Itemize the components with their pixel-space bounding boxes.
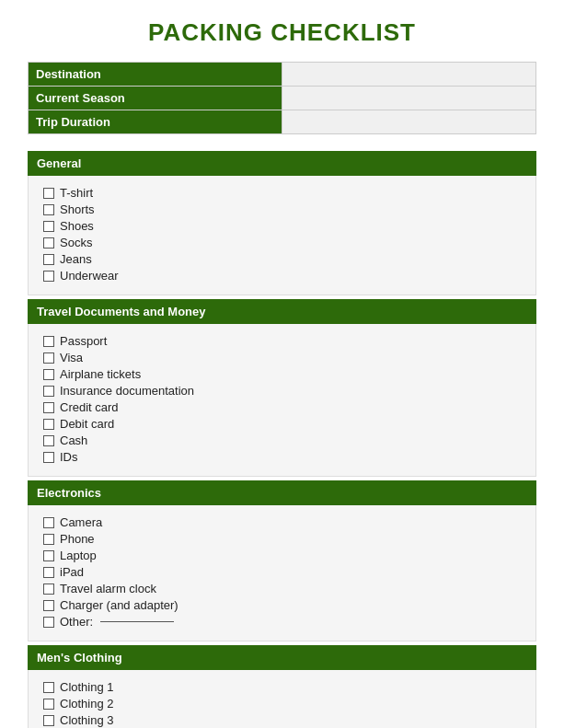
page-title: PACKING CHECKLIST	[28, 18, 536, 47]
checkbox-icon[interactable]	[43, 452, 54, 463]
list-item[interactable]: Travel alarm clock	[43, 582, 521, 595]
section-header-travel-docs: Travel Documents and Money	[28, 299, 536, 324]
item-label: Credit card	[60, 400, 119, 414]
item-label: Debit card	[60, 417, 114, 431]
checkbox-icon[interactable]	[43, 682, 54, 693]
sections-container: GeneralT-shirtShortsShoesSocksJeansUnder…	[28, 151, 536, 728]
section-body-mens-clothing: Clothing 1Clothing 2Clothing 3Clothing 4	[28, 670, 536, 728]
checkbox-icon[interactable]	[43, 402, 54, 413]
checkbox-icon[interactable]	[43, 254, 54, 265]
list-item[interactable]: T-shirt	[43, 186, 521, 200]
info-label: Trip Duration	[29, 110, 282, 134]
item-label: Charger (and adapter)	[60, 598, 178, 612]
list-item[interactable]: Clothing 3	[43, 713, 521, 727]
checkbox-icon[interactable]	[43, 699, 54, 710]
section-header-electronics: Electronics	[28, 480, 536, 505]
info-value[interactable]	[282, 87, 536, 110]
item-label: Other:	[60, 615, 93, 629]
list-item[interactable]: Credit card	[43, 400, 521, 414]
checkbox-icon[interactable]	[43, 534, 54, 545]
info-label: Current Season	[29, 87, 282, 110]
list-item[interactable]: iPad	[43, 565, 521, 579]
list-item[interactable]: Phone	[43, 532, 521, 546]
info-row: Trip Duration	[29, 110, 536, 134]
section-header-general: General	[28, 151, 536, 176]
item-label: Shoes	[60, 219, 94, 233]
list-item[interactable]: Debit card	[43, 417, 521, 431]
checkbox-icon[interactable]	[43, 386, 54, 397]
list-item[interactable]: Jeans	[43, 252, 521, 266]
section-header-mens-clothing: Men's Clothing	[28, 645, 536, 670]
other-line	[100, 621, 174, 622]
checkbox-icon[interactable]	[43, 517, 54, 528]
checkbox-icon[interactable]	[43, 419, 54, 430]
checkbox-icon[interactable]	[43, 336, 54, 347]
checkbox-icon[interactable]	[43, 567, 54, 578]
info-row: Current Season	[29, 87, 536, 110]
checkbox-icon[interactable]	[43, 352, 54, 364]
section-electronics: ElectronicsCameraPhoneLaptopiPadTravel a…	[28, 480, 536, 641]
item-label: Camera	[60, 515, 102, 529]
item-label: Clothing 1	[60, 680, 114, 694]
item-label: Socks	[60, 236, 92, 249]
section-body-travel-docs: PassportVisaAirplane ticketsInsurance do…	[28, 324, 536, 477]
checkbox-icon[interactable]	[43, 221, 54, 232]
section-body-general: T-shirtShortsShoesSocksJeansUnderwear	[28, 176, 536, 295]
section-travel-docs: Travel Documents and MoneyPassportVisaAi…	[28, 299, 536, 477]
list-item[interactable]: Airplane tickets	[43, 367, 521, 381]
info-row: Destination	[29, 63, 536, 87]
info-label: Destination	[29, 63, 282, 87]
info-value[interactable]	[282, 63, 536, 87]
checkbox-icon[interactable]	[43, 617, 54, 628]
item-label: Laptop	[60, 549, 97, 562]
item-label: Shorts	[60, 202, 95, 216]
list-item[interactable]: Underwear	[43, 269, 521, 283]
item-label: Underwear	[60, 269, 119, 283]
list-item[interactable]: IDs	[43, 450, 521, 464]
checkbox-icon[interactable]	[43, 188, 54, 199]
list-item[interactable]: Socks	[43, 236, 521, 249]
list-item[interactable]: Camera	[43, 515, 521, 529]
checkbox-icon[interactable]	[43, 271, 54, 282]
list-item[interactable]: Shoes	[43, 219, 521, 233]
checkbox-icon[interactable]	[43, 204, 54, 215]
checkbox-icon[interactable]	[43, 435, 54, 446]
item-label: Jeans	[60, 252, 92, 266]
item-label: Phone	[60, 532, 95, 546]
item-label: Insurance documentation	[60, 384, 194, 398]
item-label: Clothing 3	[60, 713, 114, 727]
item-label: Passport	[60, 334, 107, 348]
checkbox-icon[interactable]	[43, 237, 54, 248]
section-body-electronics: CameraPhoneLaptopiPadTravel alarm clockC…	[28, 505, 536, 641]
item-label: Travel alarm clock	[60, 582, 156, 595]
list-item[interactable]: Shorts	[43, 202, 521, 216]
section-mens-clothing: Men's ClothingClothing 1Clothing 2Clothi…	[28, 645, 536, 728]
checkbox-icon[interactable]	[43, 369, 54, 380]
list-item[interactable]: Clothing 2	[43, 697, 521, 711]
list-item[interactable]: Insurance documentation	[43, 384, 521, 398]
item-label: IDs	[60, 450, 78, 464]
list-item[interactable]: Clothing 1	[43, 680, 521, 694]
item-label: Cash	[60, 433, 87, 447]
checkbox-icon[interactable]	[43, 584, 54, 595]
item-label: Visa	[60, 351, 83, 364]
list-item[interactable]: Laptop	[43, 549, 521, 562]
section-general: GeneralT-shirtShortsShoesSocksJeansUnder…	[28, 151, 536, 295]
item-label: Airplane tickets	[60, 367, 141, 381]
checkbox-icon[interactable]	[43, 550, 54, 561]
list-item[interactable]: Cash	[43, 433, 521, 447]
checkbox-icon[interactable]	[43, 600, 54, 611]
info-table: DestinationCurrent SeasonTrip Duration	[28, 62, 536, 134]
item-label: iPad	[60, 565, 84, 579]
item-label: T-shirt	[60, 186, 93, 200]
list-item[interactable]: Charger (and adapter)	[43, 598, 521, 612]
checkbox-icon[interactable]	[43, 715, 54, 726]
item-label: Clothing 2	[60, 697, 114, 711]
list-item[interactable]: Visa	[43, 351, 521, 364]
list-item[interactable]: Other:	[43, 615, 521, 629]
info-value[interactable]	[282, 110, 536, 134]
list-item[interactable]: Passport	[43, 334, 521, 348]
